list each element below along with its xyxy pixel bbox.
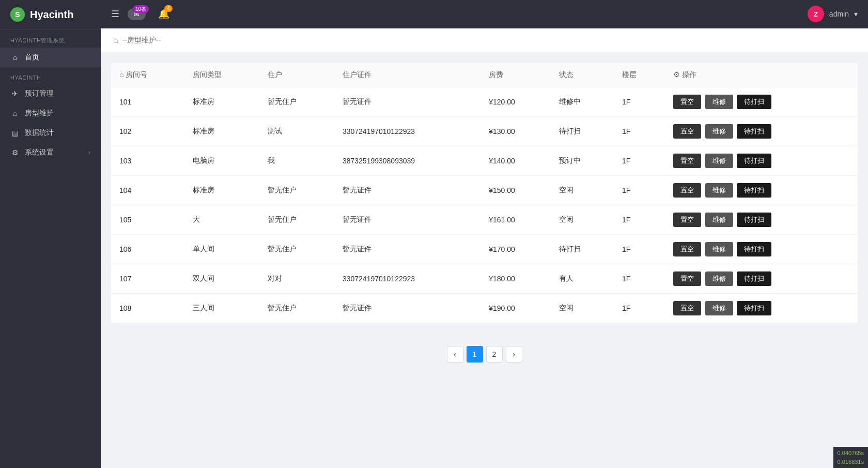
set-empty-button[interactable]: 置空 <box>673 95 701 109</box>
cell-tenant: 测试 <box>259 117 334 146</box>
next-page-button[interactable]: › <box>506 346 522 363</box>
cell-room-no: 107 <box>111 264 184 294</box>
prev-page-button[interactable]: ‹ <box>447 346 463 363</box>
cell-price: ¥190.00 <box>481 294 551 323</box>
col-room-type: 房间类型 <box>184 63 259 87</box>
set-empty-button[interactable]: 置空 <box>673 124 701 139</box>
cell-room-type: 单人间 <box>184 235 259 264</box>
set-empty-button[interactable]: 置空 <box>673 271 701 286</box>
cell-id-card: 暂无证件 <box>334 205 481 235</box>
messages-button[interactable]: ✉ 10条 <box>128 8 146 20</box>
logo-icon: S <box>10 7 25 22</box>
set-empty-button[interactable]: 置空 <box>673 183 701 198</box>
print-button[interactable]: 待打扫 <box>737 95 771 109</box>
cell-actions: 置空 维修 待打扫 <box>665 264 858 294</box>
notifications-button[interactable]: 🔔 4 <box>158 8 169 20</box>
cell-room-type: 标准房 <box>184 87 259 117</box>
home-icon: ⌂ <box>10 53 20 62</box>
table-header-row: ⌂房间号 房间类型 住户 住户证件 房费 状态 楼层 ⚙操作 <box>111 63 858 87</box>
repair-button[interactable]: 维修 <box>705 242 733 256</box>
avatar: Z <box>808 6 824 22</box>
cell-status: 待打扫 <box>551 117 614 146</box>
menu-icon[interactable]: ☰ <box>111 8 119 20</box>
print-button[interactable]: 待打扫 <box>737 183 771 198</box>
notifications-badge: 4 <box>164 5 173 12</box>
col-price: 房费 <box>481 63 551 87</box>
sidebar-item-label: 系统设置 <box>25 148 54 157</box>
set-empty-button[interactable]: 置空 <box>673 301 701 315</box>
sidebar-item-stats[interactable]: ▤ 数据统计 <box>0 123 101 143</box>
cell-floor: 1F <box>614 205 665 235</box>
cell-actions: 置空 维修 待打扫 <box>665 176 858 205</box>
cell-floor: 1F <box>614 294 665 323</box>
cell-id-card: 暂无证件 <box>334 294 481 323</box>
cell-status: 空闲 <box>551 176 614 205</box>
dropdown-icon[interactable]: ▾ <box>854 10 858 18</box>
repair-button[interactable]: 维修 <box>705 213 733 227</box>
print-button[interactable]: 待打扫 <box>737 154 771 168</box>
print-button[interactable]: 待打扫 <box>737 301 771 315</box>
breadcrumb-home-icon: ⌂ <box>113 36 118 45</box>
repair-button[interactable]: 维修 <box>705 183 733 198</box>
cell-room-no: 101 <box>111 87 184 117</box>
sidebar: S Hyacinth HYACINTH管理系统 ⌂ 首页 HYACINTH ✈ … <box>0 0 101 468</box>
set-empty-button[interactable]: 置空 <box>673 242 701 256</box>
cell-room-no: 103 <box>111 146 184 176</box>
stats-icon: ▤ <box>10 129 20 137</box>
cell-status: 待打扫 <box>551 235 614 264</box>
cell-floor: 1F <box>614 117 665 146</box>
main-panel: ☰ ✉ 10条 🔔 4 Z admin ▾ ⌂ --房型维护-- <box>101 0 868 468</box>
breadcrumb-text: --房型维护-- <box>122 36 161 45</box>
repair-button[interactable]: 维修 <box>705 154 733 168</box>
sidebar-item-label: 预订管理 <box>25 89 54 98</box>
cell-tenant: 暂无住户 <box>259 294 334 323</box>
room-table: ⌂房间号 房间类型 住户 住户证件 房费 状态 楼层 ⚙操作 101 标准房 暂… <box>111 63 858 323</box>
page-2-button[interactable]: 2 <box>486 346 503 363</box>
cell-tenant: 对对 <box>259 264 334 294</box>
table-row: 101 标准房 暂无住户 暂无证件 ¥120.00 维修中 1F 置空 维修 待… <box>111 87 858 117</box>
sidebar-item-booking[interactable]: ✈ 预订管理 <box>0 84 101 103</box>
cell-floor: 1F <box>614 87 665 117</box>
cell-room-no: 105 <box>111 205 184 235</box>
print-button[interactable]: 待打扫 <box>737 124 771 139</box>
cell-actions: 置空 维修 待打扫 <box>665 146 858 176</box>
sidebar-item-label: 房型维护 <box>25 109 54 118</box>
sidebar-item-room[interactable]: ⌂ 房型维护 <box>0 103 101 123</box>
debug-line1: 0.040765s <box>838 449 864 458</box>
section-label: HYACINTH <box>0 67 101 84</box>
cell-room-no: 106 <box>111 235 184 264</box>
cell-room-type: 双人间 <box>184 264 259 294</box>
booking-icon: ✈ <box>10 89 20 98</box>
page-1-button[interactable]: 1 <box>467 346 483 363</box>
cell-room-no: 102 <box>111 117 184 146</box>
repair-button[interactable]: 维修 <box>705 124 733 139</box>
sidebar-item-label: 数据统计 <box>25 128 54 138</box>
cell-price: ¥130.00 <box>481 117 551 146</box>
repair-button[interactable]: 维修 <box>705 271 733 286</box>
system-label: HYACINTH管理系统 <box>0 29 101 48</box>
cell-status: 维修中 <box>551 87 614 117</box>
room-table-container: ⌂房间号 房间类型 住户 住户证件 房费 状态 楼层 ⚙操作 101 标准房 暂… <box>111 63 858 323</box>
sidebar-item-label: 首页 <box>25 53 39 62</box>
cell-room-type: 大 <box>184 205 259 235</box>
table-row: 107 双人间 对对 330724197010122923 ¥180.00 有人… <box>111 264 858 294</box>
col-room-no: ⌂房间号 <box>111 63 184 87</box>
repair-button[interactable]: 维修 <box>705 301 733 315</box>
col-tenant: 住户 <box>259 63 334 87</box>
cell-status: 空闲 <box>551 205 614 235</box>
cell-floor: 1F <box>614 264 665 294</box>
cell-actions: 置空 维修 待打扫 <box>665 205 858 235</box>
col-floor: 楼层 <box>614 63 665 87</box>
sidebar-item-settings[interactable]: ⚙ 系统设置 › <box>0 143 101 162</box>
set-empty-button[interactable]: 置空 <box>673 213 701 227</box>
print-button[interactable]: 待打扫 <box>737 271 771 286</box>
repair-button[interactable]: 维修 <box>705 95 733 109</box>
set-empty-button[interactable]: 置空 <box>673 154 701 168</box>
print-button[interactable]: 待打扫 <box>737 242 771 256</box>
cell-tenant: 暂无住户 <box>259 205 334 235</box>
sidebar-item-home[interactable]: ⌂ 首页 <box>0 48 101 67</box>
cell-id-card: 暂无证件 <box>334 87 481 117</box>
cell-tenant: 暂无住户 <box>259 87 334 117</box>
print-button[interactable]: 待打扫 <box>737 213 771 227</box>
cell-actions: 置空 维修 待打扫 <box>665 117 858 146</box>
